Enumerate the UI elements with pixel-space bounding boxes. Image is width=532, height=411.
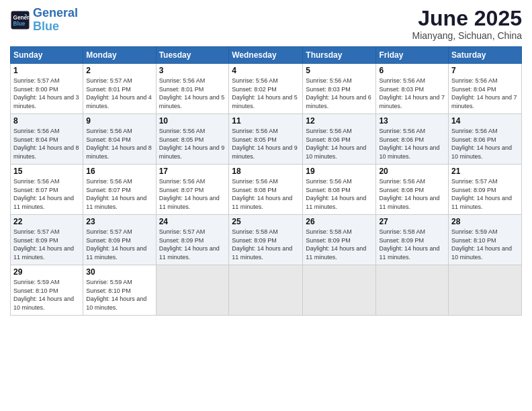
table-row: 25Sunrise: 5:58 AMSunset: 8:09 PMDayligh…	[229, 215, 303, 265]
table-row: 8Sunrise: 5:56 AMSunset: 8:04 PMDaylight…	[11, 114, 83, 165]
header: General Blue GeneralBlue June 2025 Miany…	[10, 7, 522, 41]
table-row: 3Sunrise: 5:56 AMSunset: 8:01 PMDaylight…	[156, 64, 229, 114]
table-row: 11Sunrise: 5:56 AMSunset: 8:05 PMDayligh…	[229, 114, 303, 165]
col-thursday: Thursday	[303, 47, 376, 64]
table-row: 23Sunrise: 5:57 AMSunset: 8:09 PMDayligh…	[83, 215, 156, 265]
table-row: 29Sunrise: 5:59 AMSunset: 8:10 PMDayligh…	[11, 265, 83, 316]
subtitle: Mianyang, Sichuan, China	[412, 30, 522, 41]
col-sunday: Sunday	[11, 47, 83, 64]
col-tuesday: Tuesday	[156, 47, 229, 64]
table-row: 10Sunrise: 5:56 AMSunset: 8:05 PMDayligh…	[156, 114, 229, 165]
table-row: 19Sunrise: 5:56 AMSunset: 8:08 PMDayligh…	[303, 165, 376, 215]
table-row: 27Sunrise: 5:58 AMSunset: 8:09 PMDayligh…	[376, 215, 449, 265]
table-row: 24Sunrise: 5:57 AMSunset: 8:09 PMDayligh…	[156, 215, 229, 265]
logo-icon: General Blue	[10, 10, 30, 30]
table-row	[156, 265, 229, 316]
table-row: 28Sunrise: 5:59 AMSunset: 8:10 PMDayligh…	[449, 215, 522, 265]
logo: General Blue GeneralBlue	[10, 7, 78, 34]
title-block: June 2025 Mianyang, Sichuan, China	[412, 7, 522, 41]
table-row: 5Sunrise: 5:56 AMSunset: 8:03 PMDaylight…	[303, 64, 376, 114]
table-row	[376, 265, 449, 316]
page: General Blue GeneralBlue June 2025 Miany…	[0, 0, 532, 411]
calendar-header-row: Sunday Monday Tuesday Wednesday Thursday…	[11, 47, 522, 64]
table-row: 4Sunrise: 5:56 AMSunset: 8:02 PMDaylight…	[229, 64, 303, 114]
calendar-week-4: 22Sunrise: 5:57 AMSunset: 8:09 PMDayligh…	[11, 215, 522, 265]
svg-text:Blue: Blue	[13, 20, 26, 26]
table-row: 18Sunrise: 5:56 AMSunset: 8:08 PMDayligh…	[229, 165, 303, 215]
calendar-week-2: 8Sunrise: 5:56 AMSunset: 8:04 PMDaylight…	[11, 114, 522, 165]
calendar-table: Sunday Monday Tuesday Wednesday Thursday…	[10, 46, 522, 316]
table-row: 1Sunrise: 5:57 AMSunset: 8:00 PMDaylight…	[11, 64, 83, 114]
col-friday: Friday	[376, 47, 449, 64]
table-row: 20Sunrise: 5:56 AMSunset: 8:08 PMDayligh…	[376, 165, 449, 215]
table-row: 14Sunrise: 5:56 AMSunset: 8:06 PMDayligh…	[449, 114, 522, 165]
calendar-week-1: 1Sunrise: 5:57 AMSunset: 8:00 PMDaylight…	[11, 64, 522, 114]
table-row: 26Sunrise: 5:58 AMSunset: 8:09 PMDayligh…	[303, 215, 376, 265]
col-saturday: Saturday	[449, 47, 522, 64]
main-title: June 2025	[412, 7, 522, 30]
calendar-week-3: 15Sunrise: 5:56 AMSunset: 8:07 PMDayligh…	[11, 165, 522, 215]
table-row: 30Sunrise: 5:59 AMSunset: 8:10 PMDayligh…	[83, 265, 156, 316]
table-row: 21Sunrise: 5:57 AMSunset: 8:09 PMDayligh…	[449, 165, 522, 215]
calendar-week-5: 29Sunrise: 5:59 AMSunset: 8:10 PMDayligh…	[11, 265, 522, 316]
table-row: 17Sunrise: 5:56 AMSunset: 8:07 PMDayligh…	[156, 165, 229, 215]
col-wednesday: Wednesday	[229, 47, 303, 64]
table-row: 12Sunrise: 5:56 AMSunset: 8:06 PMDayligh…	[303, 114, 376, 165]
table-row: 9Sunrise: 5:56 AMSunset: 8:04 PMDaylight…	[83, 114, 156, 165]
table-row	[229, 265, 303, 316]
table-row: 16Sunrise: 5:56 AMSunset: 8:07 PMDayligh…	[83, 165, 156, 215]
col-monday: Monday	[83, 47, 156, 64]
logo-text: GeneralBlue	[33, 7, 78, 34]
table-row: 13Sunrise: 5:56 AMSunset: 8:06 PMDayligh…	[376, 114, 449, 165]
table-row: 22Sunrise: 5:57 AMSunset: 8:09 PMDayligh…	[11, 215, 83, 265]
table-row: 15Sunrise: 5:56 AMSunset: 8:07 PMDayligh…	[11, 165, 83, 215]
table-row	[303, 265, 376, 316]
table-row: 7Sunrise: 5:56 AMSunset: 8:04 PMDaylight…	[449, 64, 522, 114]
table-row: 2Sunrise: 5:57 AMSunset: 8:01 PMDaylight…	[83, 64, 156, 114]
table-row: 6Sunrise: 5:56 AMSunset: 8:03 PMDaylight…	[376, 64, 449, 114]
table-row	[449, 265, 522, 316]
